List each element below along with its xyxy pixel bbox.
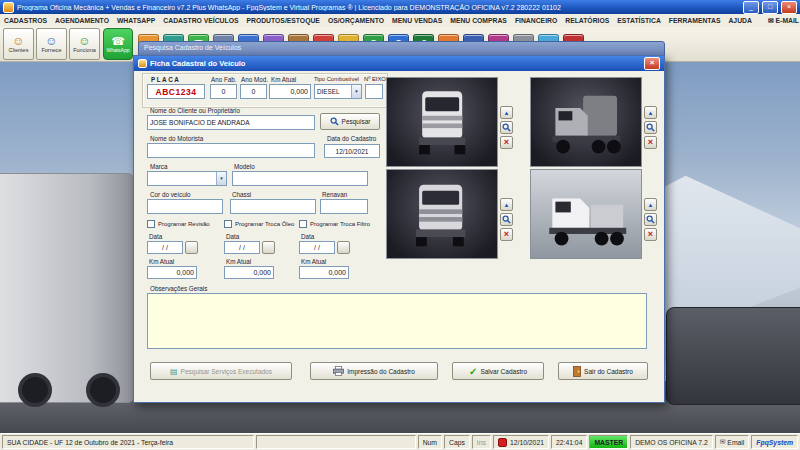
km-atual-field[interactable]: 0,000 bbox=[269, 84, 311, 99]
photo2-load-button[interactable]: ▲ bbox=[644, 106, 657, 119]
troca-filtro-km-field[interactable]: 0,000 bbox=[299, 266, 349, 279]
menu-ajuda[interactable]: AJUDA bbox=[724, 17, 755, 24]
programar-revisao-label: Programar Revisão bbox=[158, 221, 210, 227]
revisao-km-label: Km Atual bbox=[149, 258, 174, 265]
num-eixo-label: Nº EIXO bbox=[364, 76, 386, 82]
cor-field[interactable] bbox=[147, 199, 223, 214]
revisao-km-field[interactable]: 0,000 bbox=[147, 266, 197, 279]
zoom-icon bbox=[646, 215, 655, 224]
zoom-icon bbox=[646, 123, 655, 132]
menu-cadastro-veiculos[interactable]: CADASTRO VEÍCULOS bbox=[159, 17, 242, 24]
photo1-zoom-button[interactable] bbox=[500, 121, 513, 134]
zoom-icon bbox=[502, 215, 511, 224]
troca-oleo-data-field[interactable]: / / bbox=[224, 241, 260, 254]
troca-filtro-km-label: Km Atual bbox=[301, 258, 326, 265]
menu-relatorios[interactable]: RELATÓRIOS bbox=[561, 17, 613, 24]
revisao-data-field[interactable]: / / bbox=[147, 241, 183, 254]
whatsapp-button-label: WhatsApp bbox=[106, 47, 129, 53]
close-icon: × bbox=[648, 230, 653, 239]
check-icon: ✓ bbox=[469, 366, 477, 377]
programar-revisao-checkbox[interactable] bbox=[147, 220, 155, 228]
photo1-clear-button[interactable]: × bbox=[500, 136, 513, 149]
wallpaper-truck-trailer bbox=[0, 173, 134, 403]
revisao-date-picker-button[interactable] bbox=[185, 241, 198, 254]
photo1-load-button[interactable]: ▲ bbox=[500, 106, 513, 119]
programar-troca-filtro-checkbox[interactable] bbox=[299, 220, 307, 228]
salvar-cadastro-button[interactable]: ✓ Salvar Cadastro bbox=[452, 362, 544, 380]
menu-financeiro[interactable]: FINANCEIRO bbox=[511, 17, 561, 24]
troca-filtro-data-field[interactable]: / / bbox=[299, 241, 335, 254]
vehicle-photo-front bbox=[386, 77, 498, 167]
fornecedores-button[interactable]: ☺ Fornece bbox=[36, 28, 67, 60]
photo4-clear-button[interactable]: × bbox=[644, 228, 657, 241]
renavan-field[interactable] bbox=[320, 199, 368, 214]
marca-select[interactable]: ▼ bbox=[147, 171, 227, 186]
close-button[interactable]: × bbox=[781, 1, 797, 14]
impressao-cadastro-button[interactable]: Impressão do Cadastro bbox=[310, 362, 438, 380]
photo4-zoom-button[interactable] bbox=[644, 213, 657, 226]
photo4-load-button[interactable]: ▲ bbox=[644, 198, 657, 211]
app-icon bbox=[3, 2, 14, 13]
tipo-combustivel-select[interactable]: DIESEL ▼ bbox=[314, 84, 362, 99]
salvar-cadastro-label: Salvar Cadastro bbox=[480, 368, 527, 375]
observacoes-textarea[interactable] bbox=[147, 293, 647, 349]
menu-email[interactable]: ✉ E-MAIL bbox=[764, 17, 800, 25]
close-icon: × bbox=[504, 138, 509, 147]
status-brand[interactable]: FpqSystem bbox=[751, 435, 798, 449]
up-arrow-icon: ▲ bbox=[504, 202, 510, 208]
cliente-field[interactable]: JOSE BONIFACIO DE ANDRADA bbox=[147, 115, 315, 130]
menu-agendamento[interactable]: AGENDAMENTO bbox=[51, 17, 113, 24]
app-title: Programa Oficina Mecânica + Vendas e Fin… bbox=[17, 4, 740, 11]
menu-compras[interactable]: MENU COMPRAS bbox=[446, 17, 511, 24]
photo3-load-button[interactable]: ▲ bbox=[500, 198, 513, 211]
up-arrow-icon: ▲ bbox=[648, 110, 654, 116]
chevron-down-icon[interactable]: ▼ bbox=[351, 85, 361, 98]
minimize-button[interactable]: _ bbox=[743, 1, 759, 14]
programar-troca-oleo-checkbox[interactable] bbox=[224, 220, 232, 228]
troca-oleo-km-field[interactable]: 0,000 bbox=[224, 266, 274, 279]
search-icon bbox=[330, 117, 339, 126]
photo3-zoom-button[interactable] bbox=[500, 213, 513, 226]
menu-estatistica[interactable]: ESTATÍSTICA bbox=[613, 17, 665, 24]
menu-cadastros[interactable]: CADASTROS bbox=[0, 17, 51, 24]
menu-ferramentas[interactable]: FERRAMENTAS bbox=[665, 17, 725, 24]
menu-whatsapp[interactable]: WHATSAPP bbox=[113, 17, 159, 24]
modelo-field[interactable] bbox=[232, 171, 368, 186]
truck-front-graphic bbox=[396, 85, 488, 159]
pesquisar-servicos-button[interactable]: ▤ Pesquisar Serviços Executados bbox=[150, 362, 292, 380]
clientes-button[interactable]: ☺ Clientes bbox=[3, 28, 34, 60]
chevron-down-icon[interactable]: ▼ bbox=[216, 172, 226, 185]
funcionarios-button[interactable]: ☺ Funciona bbox=[69, 28, 100, 60]
phone-icon: ☎ bbox=[111, 36, 125, 47]
chassi-field[interactable] bbox=[230, 199, 316, 214]
calendar-icon bbox=[498, 438, 507, 447]
ano-mod-label: Ano Mod. bbox=[241, 76, 268, 83]
status-email[interactable]: ✉ Email bbox=[715, 435, 750, 449]
person-icon: ☺ bbox=[78, 35, 90, 47]
maximize-button[interactable]: □ bbox=[762, 1, 778, 14]
ano-fab-field[interactable]: 0 bbox=[210, 84, 237, 99]
sair-cadastro-button[interactable]: Sair do Cadastro bbox=[558, 362, 648, 380]
num-eixo-field[interactable] bbox=[365, 84, 383, 99]
sair-cadastro-label: Sair do Cadastro bbox=[584, 368, 633, 375]
menu-email-label: E-MAIL bbox=[776, 17, 799, 24]
photo2-zoom-button[interactable] bbox=[644, 121, 657, 134]
menu-os-orcamento[interactable]: OS/ORÇAMENTO bbox=[324, 17, 388, 24]
printer-icon bbox=[333, 366, 344, 376]
troca-oleo-date-picker-button[interactable] bbox=[262, 241, 275, 254]
pesquisar-button[interactable]: Pesquisar bbox=[320, 113, 380, 130]
photo2-clear-button[interactable]: × bbox=[644, 136, 657, 149]
vehicle-window-close-button[interactable]: × bbox=[644, 57, 660, 70]
menu-produtos-estoque[interactable]: PRODUTOS/ESTOQUE bbox=[242, 17, 323, 24]
wallpaper-vehicle-right bbox=[666, 307, 800, 405]
menu-vendas[interactable]: MENU VENDAS bbox=[388, 17, 446, 24]
ano-mod-field[interactable]: 0 bbox=[240, 84, 267, 99]
whatsapp-button[interactable]: ☎ WhatsApp bbox=[103, 28, 133, 60]
motorista-field[interactable] bbox=[147, 143, 315, 158]
troca-filtro-date-picker-button[interactable] bbox=[337, 241, 350, 254]
photo3-clear-button[interactable]: × bbox=[500, 228, 513, 241]
data-cadastro-field[interactable]: 12/10/2021 bbox=[324, 144, 380, 158]
cor-label: Cor do veículo bbox=[150, 191, 191, 198]
placa-field[interactable]: ABC1234 bbox=[147, 84, 205, 99]
revisao-data-label: Data bbox=[149, 233, 162, 240]
